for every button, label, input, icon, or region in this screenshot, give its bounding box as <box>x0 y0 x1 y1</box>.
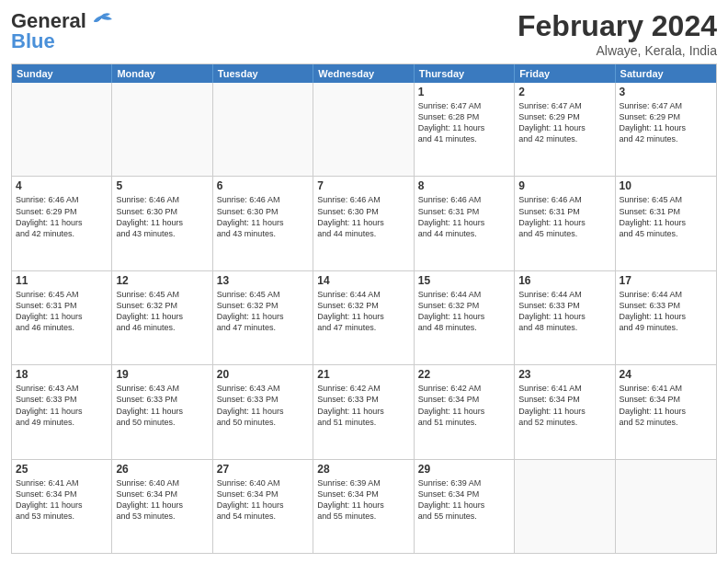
calendar-cell: 11Sunrise: 6:45 AM Sunset: 6:31 PM Dayli… <box>12 271 112 364</box>
calendar-cell <box>112 83 212 176</box>
day-info: Sunrise: 6:47 AM Sunset: 6:29 PM Dayligh… <box>518 100 610 145</box>
day-info: Sunrise: 6:46 AM Sunset: 6:30 PM Dayligh… <box>317 194 409 239</box>
day-number: 11 <box>16 274 108 287</box>
day-of-week-saturday: Saturday <box>616 64 716 83</box>
day-number: 14 <box>317 274 409 287</box>
day-number: 20 <box>217 368 309 381</box>
day-number: 26 <box>116 463 208 476</box>
day-info: Sunrise: 6:46 AM Sunset: 6:31 PM Dayligh… <box>518 194 610 239</box>
calendar-cell: 8Sunrise: 6:46 AM Sunset: 6:31 PM Daylig… <box>415 177 515 270</box>
calendar-week-2: 11Sunrise: 6:45 AM Sunset: 6:31 PM Dayli… <box>12 270 716 364</box>
logo-blue-text: Blue <box>11 29 55 53</box>
logo: General Blue <box>11 9 114 53</box>
day-number: 2 <box>518 86 610 98</box>
calendar-cell: 29Sunrise: 6:39 AM Sunset: 6:34 PM Dayli… <box>415 460 515 553</box>
calendar-cell: 19Sunrise: 6:43 AM Sunset: 6:33 PM Dayli… <box>112 365 212 458</box>
day-info: Sunrise: 6:45 AM Sunset: 6:31 PM Dayligh… <box>620 194 712 239</box>
calendar-cell: 1Sunrise: 6:47 AM Sunset: 6:28 PM Daylig… <box>415 83 515 176</box>
day-of-week-sunday: Sunday <box>12 64 112 83</box>
calendar-cell: 23Sunrise: 6:41 AM Sunset: 6:34 PM Dayli… <box>515 365 615 458</box>
calendar-cell: 15Sunrise: 6:44 AM Sunset: 6:32 PM Dayli… <box>415 271 515 364</box>
page: General Blue February 2024 Alwaye, Keral… <box>0 0 728 563</box>
day-info: Sunrise: 6:43 AM Sunset: 6:33 PM Dayligh… <box>16 383 108 428</box>
day-info: Sunrise: 6:41 AM Sunset: 6:34 PM Dayligh… <box>620 383 712 428</box>
day-info: Sunrise: 6:42 AM Sunset: 6:33 PM Dayligh… <box>317 383 409 428</box>
day-number: 27 <box>217 463 309 476</box>
header: General Blue February 2024 Alwaye, Keral… <box>11 9 717 58</box>
day-number: 15 <box>418 274 510 287</box>
day-of-week-friday: Friday <box>515 64 615 83</box>
calendar-cell: 18Sunrise: 6:43 AM Sunset: 6:33 PM Dayli… <box>12 365 112 458</box>
day-info: Sunrise: 6:44 AM Sunset: 6:33 PM Dayligh… <box>518 289 610 334</box>
calendar-cell <box>515 460 615 553</box>
day-info: Sunrise: 6:46 AM Sunset: 6:30 PM Dayligh… <box>217 194 309 239</box>
day-info: Sunrise: 6:44 AM Sunset: 6:32 PM Dayligh… <box>418 289 510 334</box>
day-number: 16 <box>518 274 610 287</box>
day-info: Sunrise: 6:43 AM Sunset: 6:33 PM Dayligh… <box>217 383 309 428</box>
calendar-cell: 10Sunrise: 6:45 AM Sunset: 6:31 PM Dayli… <box>616 177 716 270</box>
day-number: 9 <box>518 179 610 192</box>
location: Alwaye, Kerala, India <box>518 43 717 58</box>
calendar-cell: 20Sunrise: 6:43 AM Sunset: 6:33 PM Dayli… <box>213 365 313 458</box>
day-info: Sunrise: 6:40 AM Sunset: 6:34 PM Dayligh… <box>217 477 309 523</box>
day-number: 24 <box>620 368 712 381</box>
day-number: 7 <box>317 179 409 192</box>
day-info: Sunrise: 6:47 AM Sunset: 6:28 PM Dayligh… <box>418 100 510 145</box>
day-number: 13 <box>217 274 309 287</box>
day-info: Sunrise: 6:46 AM Sunset: 6:30 PM Dayligh… <box>116 194 208 239</box>
calendar-cell: 21Sunrise: 6:42 AM Sunset: 6:33 PM Dayli… <box>313 365 414 458</box>
day-info: Sunrise: 6:47 AM Sunset: 6:29 PM Dayligh… <box>620 100 712 145</box>
day-number: 23 <box>518 368 610 381</box>
month-title: February 2024 <box>518 9 717 43</box>
day-of-week-thursday: Thursday <box>415 64 515 83</box>
calendar-cell: 13Sunrise: 6:45 AM Sunset: 6:32 PM Dayli… <box>213 271 313 364</box>
day-info: Sunrise: 6:39 AM Sunset: 6:34 PM Dayligh… <box>418 477 510 523</box>
calendar-cell: 7Sunrise: 6:46 AM Sunset: 6:30 PM Daylig… <box>313 177 414 270</box>
day-number: 6 <box>217 179 309 192</box>
calendar-cell: 12Sunrise: 6:45 AM Sunset: 6:32 PM Dayli… <box>112 271 212 364</box>
calendar-cell: 16Sunrise: 6:44 AM Sunset: 6:33 PM Dayli… <box>515 271 615 364</box>
day-info: Sunrise: 6:46 AM Sunset: 6:31 PM Dayligh… <box>418 194 510 239</box>
day-info: Sunrise: 6:45 AM Sunset: 6:32 PM Dayligh… <box>116 289 208 334</box>
calendar-cell <box>616 460 716 553</box>
calendar-cell: 3Sunrise: 6:47 AM Sunset: 6:29 PM Daylig… <box>616 83 716 176</box>
day-info: Sunrise: 6:45 AM Sunset: 6:31 PM Dayligh… <box>16 289 108 334</box>
day-of-week-monday: Monday <box>112 64 212 83</box>
calendar-cell: 26Sunrise: 6:40 AM Sunset: 6:34 PM Dayli… <box>112 460 212 553</box>
day-info: Sunrise: 6:42 AM Sunset: 6:34 PM Dayligh… <box>418 383 510 428</box>
day-number: 17 <box>620 274 712 287</box>
day-info: Sunrise: 6:43 AM Sunset: 6:33 PM Dayligh… <box>116 383 208 428</box>
calendar-cell: 25Sunrise: 6:41 AM Sunset: 6:34 PM Dayli… <box>12 460 112 553</box>
day-number: 19 <box>116 368 208 381</box>
calendar-cell: 14Sunrise: 6:44 AM Sunset: 6:32 PM Dayli… <box>313 271 414 364</box>
calendar-cell: 4Sunrise: 6:46 AM Sunset: 6:29 PM Daylig… <box>12 177 112 270</box>
calendar-cell <box>213 83 313 176</box>
day-info: Sunrise: 6:44 AM Sunset: 6:33 PM Dayligh… <box>620 289 712 334</box>
day-number: 1 <box>418 86 510 98</box>
calendar-week-0: 1Sunrise: 6:47 AM Sunset: 6:28 PM Daylig… <box>12 83 716 176</box>
day-number: 18 <box>16 368 108 381</box>
calendar-cell <box>12 83 112 176</box>
calendar-cell: 9Sunrise: 6:46 AM Sunset: 6:31 PM Daylig… <box>515 177 615 270</box>
day-number: 8 <box>418 179 510 192</box>
day-number: 29 <box>418 463 510 476</box>
calendar-cell: 24Sunrise: 6:41 AM Sunset: 6:34 PM Dayli… <box>616 365 716 458</box>
day-of-week-tuesday: Tuesday <box>213 64 313 83</box>
calendar-cell: 6Sunrise: 6:46 AM Sunset: 6:30 PM Daylig… <box>213 177 313 270</box>
day-info: Sunrise: 6:44 AM Sunset: 6:32 PM Dayligh… <box>317 289 409 334</box>
day-number: 10 <box>620 179 712 192</box>
calendar-body: 1Sunrise: 6:47 AM Sunset: 6:28 PM Daylig… <box>12 83 716 553</box>
day-info: Sunrise: 6:40 AM Sunset: 6:34 PM Dayligh… <box>116 477 208 523</box>
day-info: Sunrise: 6:41 AM Sunset: 6:34 PM Dayligh… <box>16 477 108 523</box>
day-number: 21 <box>317 368 409 381</box>
calendar-cell: 2Sunrise: 6:47 AM Sunset: 6:29 PM Daylig… <box>515 83 615 176</box>
day-number: 25 <box>16 463 108 476</box>
logo-bird-icon <box>88 12 114 32</box>
calendar-week-3: 18Sunrise: 6:43 AM Sunset: 6:33 PM Dayli… <box>12 364 716 458</box>
day-info: Sunrise: 6:39 AM Sunset: 6:34 PM Dayligh… <box>317 477 409 523</box>
title-area: February 2024 Alwaye, Kerala, India <box>518 9 717 58</box>
calendar-cell <box>313 83 414 176</box>
calendar: SundayMondayTuesdayWednesdayThursdayFrid… <box>11 63 717 554</box>
calendar-cell: 17Sunrise: 6:44 AM Sunset: 6:33 PM Dayli… <box>616 271 716 364</box>
day-number: 4 <box>16 179 108 192</box>
